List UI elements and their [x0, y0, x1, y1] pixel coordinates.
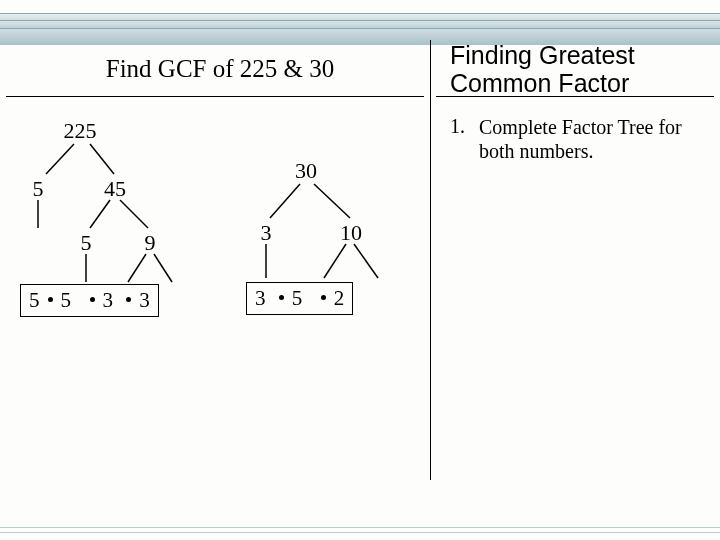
tree225-stem-l1left [30, 200, 50, 230]
prime-factor: 2 [334, 286, 345, 311]
prime-factor: 5 [61, 288, 72, 313]
prime-factor: 5 [292, 286, 303, 311]
tree30-l1-left: 3 [256, 220, 276, 246]
prime-factor: 3 [255, 286, 266, 311]
title-right: Finding Greatest Common Factor [450, 42, 710, 97]
tree30-branch-1 [262, 184, 362, 220]
tree30-stem-l1left [258, 244, 278, 280]
footer-rule [0, 532, 720, 533]
dot-icon [126, 297, 131, 302]
svg-line-1 [90, 144, 114, 174]
step-1: 1. Complete Factor Tree for both numbers… [450, 115, 710, 163]
tree225-branch-3 [120, 254, 180, 284]
footer-rule [0, 527, 720, 528]
prime-factor: 5 [29, 288, 40, 313]
tree225-primes-box: 5 5 3 3 [20, 284, 159, 317]
svg-line-8 [270, 184, 300, 218]
svg-line-0 [46, 144, 74, 174]
tree225-l1-right: 45 [100, 176, 130, 202]
prime-factor: 3 [103, 288, 114, 313]
dot-icon [321, 295, 326, 300]
dot-icon [90, 297, 95, 302]
step-text: Complete Factor Tree for both numbers. [479, 115, 704, 163]
prime-factor: 3 [139, 288, 150, 313]
tree30-l1-right: 10 [336, 220, 366, 246]
header-stripe [0, 13, 720, 20]
tree225-stem-l2left [78, 254, 98, 284]
svg-line-3 [90, 200, 110, 228]
header-stripe [0, 20, 720, 28]
tree225-l1-left: 5 [28, 176, 48, 202]
svg-line-6 [128, 254, 146, 282]
vertical-divider [430, 40, 431, 480]
step-number: 1. [450, 115, 474, 138]
horizontal-rule-left [6, 96, 424, 97]
title-left: Find GCF of 225 & 30 [20, 55, 420, 83]
tree30-root: 30 [288, 158, 324, 184]
svg-line-12 [354, 244, 378, 278]
tree225-l2-right: 9 [140, 230, 160, 256]
tree30-branch-2 [318, 244, 388, 280]
tree30-primes-box: 3 5 2 [246, 282, 353, 315]
svg-line-9 [314, 184, 350, 218]
tree225-root: 225 [55, 118, 105, 144]
svg-line-11 [324, 244, 346, 278]
dot-icon [48, 297, 53, 302]
tree225-branch-1 [38, 144, 128, 176]
dot-icon [279, 295, 284, 300]
tree225-l2-left: 5 [76, 230, 96, 256]
tree225-branch-2 [84, 200, 164, 232]
svg-line-4 [120, 200, 148, 228]
svg-line-7 [154, 254, 172, 282]
